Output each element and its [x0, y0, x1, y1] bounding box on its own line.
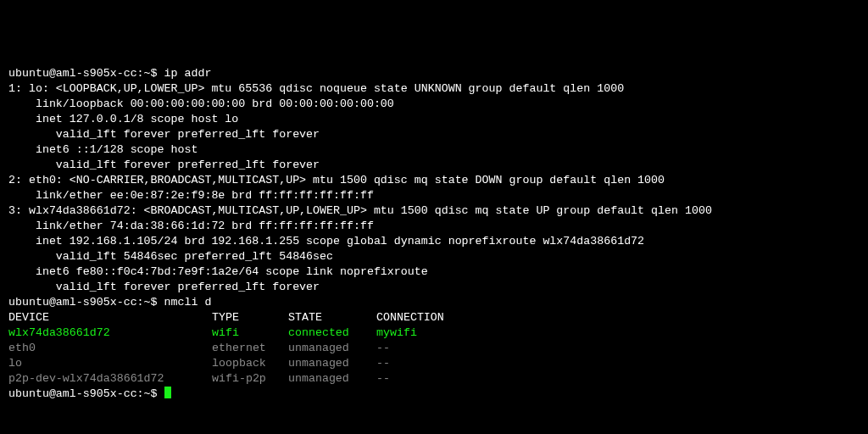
user-host: ubuntu@aml-s905x-cc	[8, 296, 137, 309]
table-row: loloopbackunmanaged--	[8, 357, 390, 370]
user-host: ubuntu@aml-s905x-cc	[8, 387, 137, 400]
cursor-block-icon	[164, 387, 171, 398]
table-row: p2p-dev-wlx74da38661d72wifi-p2punmanaged…	[8, 372, 390, 385]
nmcli-rows: wlx74da38661d72wificonnectedmywifi eth0e…	[8, 326, 417, 385]
user-host: ubuntu@aml-s905x-cc	[8, 67, 137, 80]
prompt-line-1: ubuntu@aml-s905x-cc:~$ ip addr	[8, 67, 211, 80]
prompt-line-3: ubuntu@aml-s905x-cc:~$	[8, 387, 171, 400]
ip-addr-output: 1: lo: <LOOPBACK,UP,LOWER_UP> mtu 65536 …	[8, 82, 712, 293]
command: ip addr	[164, 67, 212, 80]
table-row: eth0ethernetunmanaged--	[8, 342, 390, 354]
command: nmcli d	[164, 296, 212, 309]
nmcli-header: DEVICETYPESTATECONNECTION	[8, 311, 444, 324]
table-row: wlx74da38661d72wificonnectedmywifi	[8, 326, 417, 339]
prompt-line-2: ubuntu@aml-s905x-cc:~$ nmcli d	[8, 296, 211, 309]
terminal[interactable]: ubuntu@aml-s905x-cc:~$ ip addr 1: lo: <L…	[8, 66, 868, 402]
